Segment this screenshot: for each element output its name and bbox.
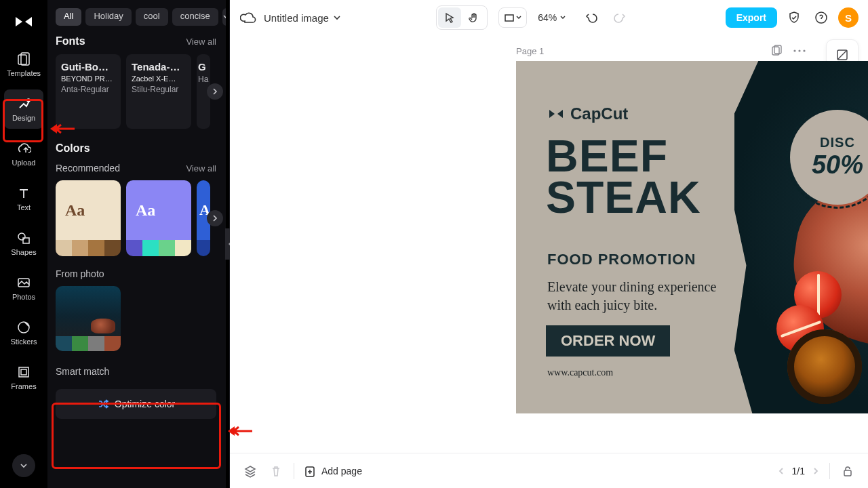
page-indicator: 1/1 bbox=[792, 466, 805, 476]
next-page-button[interactable] bbox=[812, 467, 820, 475]
svg-point-13 bbox=[793, 49, 795, 52]
palette-next-button[interactable] bbox=[207, 210, 223, 226]
nav-text[interactable]: Text bbox=[4, 179, 43, 218]
pager: 1/1 bbox=[777, 463, 856, 479]
nav-label: Photos bbox=[12, 293, 35, 301]
body-text: Elevate your dining experience with each… bbox=[547, 278, 716, 314]
delete-button bbox=[268, 463, 284, 479]
annotation-arrow-icon bbox=[47, 122, 75, 136]
shield-icon[interactable] bbox=[784, 7, 804, 28]
canvas-size-dropdown[interactable] bbox=[498, 7, 527, 28]
headline: BEEFSTEAK bbox=[546, 136, 701, 218]
svg-point-14 bbox=[798, 49, 800, 52]
nav-photos[interactable]: Photos bbox=[4, 268, 43, 308]
nav-frames[interactable]: Frames bbox=[4, 358, 43, 397]
discount-badge: DISC 50% bbox=[790, 110, 868, 205]
app-logo[interactable] bbox=[10, 8, 37, 35]
photos-icon bbox=[16, 275, 31, 290]
font-card-row: Guti-Bo… BEYOND PRO… Anta-Regular Tenada… bbox=[56, 54, 226, 129]
fonts-view-all[interactable]: View all bbox=[186, 37, 216, 47]
shuffle-icon bbox=[97, 398, 109, 410]
redo-button[interactable] bbox=[610, 7, 630, 28]
nav-label: Upload bbox=[12, 159, 36, 167]
cta-button: ORDER NOW bbox=[546, 325, 670, 357]
background-icon bbox=[835, 48, 849, 62]
palette-card[interactable]: Aa bbox=[56, 180, 121, 256]
font-card[interactable]: Guti-Bo… BEYOND PRO… Anta-Regular bbox=[56, 54, 121, 129]
svg-point-3 bbox=[18, 233, 25, 240]
nav-label: Design bbox=[12, 114, 35, 122]
lock-button[interactable] bbox=[840, 463, 856, 479]
page-duplicate-icon[interactable] bbox=[769, 43, 784, 58]
palette-row: Aa Aa A bbox=[56, 180, 226, 256]
chevron-down-icon bbox=[559, 14, 566, 21]
svg-rect-19 bbox=[844, 470, 851, 476]
smart-match-title: Smart match bbox=[56, 366, 226, 377]
svg-point-2 bbox=[27, 99, 30, 102]
help-icon[interactable] bbox=[811, 7, 831, 28]
pill-concise[interactable]: concise bbox=[172, 8, 218, 26]
brand-logo: CapCut bbox=[547, 104, 628, 123]
zoom-dropdown[interactable]: 64% bbox=[538, 12, 566, 23]
colors-section-title: Colors bbox=[56, 142, 90, 155]
cloud-sync-icon[interactable] bbox=[239, 9, 257, 26]
design-artwork[interactable]: DISC 50% CapCut BEEFSTEAK FOOD PROMOTION… bbox=[516, 61, 868, 413]
nav-design[interactable]: Design bbox=[4, 89, 43, 129]
design-panel: All Holiday cool concise Fonts View all … bbox=[47, 0, 226, 488]
export-button[interactable]: Export bbox=[726, 7, 777, 28]
nav-label: Templates bbox=[7, 69, 41, 77]
undo-button[interactable] bbox=[581, 7, 601, 28]
annotation-arrow-icon bbox=[225, 424, 252, 438]
chevron-down-icon bbox=[333, 14, 341, 22]
layers-button[interactable] bbox=[242, 463, 258, 479]
cursor-tool-group bbox=[436, 5, 488, 30]
svg-rect-8 bbox=[21, 369, 26, 375]
colors-view-all[interactable]: View all bbox=[186, 163, 216, 174]
photo-palette-card[interactable] bbox=[56, 286, 121, 351]
add-page-button[interactable]: Add page bbox=[304, 465, 362, 477]
shapes-icon bbox=[16, 230, 31, 245]
text-icon bbox=[16, 186, 31, 201]
fonts-next-button[interactable] bbox=[207, 83, 223, 100]
pill-holiday[interactable]: Holiday bbox=[85, 8, 131, 26]
stickers-icon bbox=[16, 320, 31, 335]
nav-label: Stickers bbox=[10, 338, 37, 346]
prev-page-button[interactable] bbox=[777, 467, 785, 475]
nav-templates[interactable]: Templates bbox=[4, 45, 43, 84]
nav-upload[interactable]: Upload bbox=[4, 134, 43, 174]
nav-label: Frames bbox=[11, 382, 36, 390]
palette-card[interactable]: Aa bbox=[126, 180, 191, 256]
nav-more-button[interactable] bbox=[12, 454, 35, 477]
nav-shapes[interactable]: Shapes bbox=[4, 224, 43, 263]
document-title[interactable]: Untitled image bbox=[264, 12, 341, 24]
nav-label: Shapes bbox=[11, 248, 36, 256]
page-label: Page 1 bbox=[516, 46, 544, 56]
svg-rect-9 bbox=[505, 15, 513, 21]
nav-stickers[interactable]: Stickers bbox=[4, 313, 43, 352]
page-more-icon[interactable] bbox=[792, 43, 807, 58]
select-tool[interactable] bbox=[438, 7, 461, 28]
bottom-bar: Add page 1/1 bbox=[230, 453, 868, 488]
topbar: Untitled image 64% Export S bbox=[230, 0, 868, 35]
pill-all[interactable]: All bbox=[56, 8, 81, 26]
filter-pill-row: All Holiday cool concise bbox=[56, 8, 226, 26]
templates-icon bbox=[16, 52, 31, 66]
svg-rect-7 bbox=[19, 367, 28, 377]
optimize-color-button[interactable]: Optimize color bbox=[56, 389, 216, 419]
user-avatar[interactable]: S bbox=[838, 7, 859, 28]
spice-bowl-image bbox=[787, 329, 862, 404]
fonts-section-title: Fonts bbox=[56, 35, 85, 47]
add-page-icon bbox=[304, 465, 316, 477]
svg-point-15 bbox=[803, 49, 805, 52]
main-area: Untitled image 64% Export S Page 1 bbox=[230, 0, 868, 488]
left-nav: Templates Design Upload Text Shapes Phot… bbox=[0, 0, 47, 488]
font-card[interactable]: Tenada-… Zacbel X-E… Stilu-Regular bbox=[126, 54, 191, 129]
design-icon bbox=[16, 96, 31, 111]
hand-tool[interactable] bbox=[462, 7, 486, 28]
recommended-label: Recommended bbox=[56, 163, 120, 174]
canvas[interactable]: Page 1 Backgr… Resize bbox=[230, 35, 868, 453]
url-text: www.capcut.com bbox=[547, 367, 613, 378]
frames-icon bbox=[16, 365, 31, 380]
pill-cool[interactable]: cool bbox=[136, 8, 168, 26]
from-photo-label: From photo bbox=[56, 268, 226, 279]
